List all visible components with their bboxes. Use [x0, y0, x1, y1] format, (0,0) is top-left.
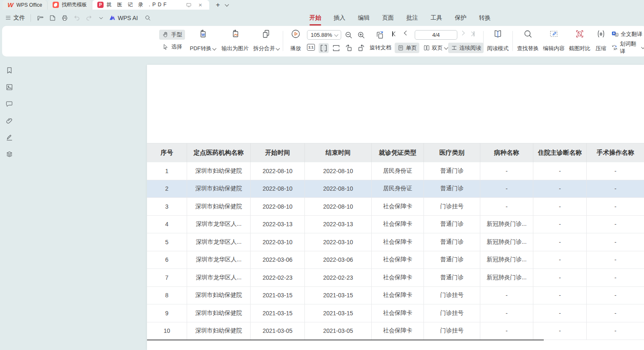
zoom-out-button[interactable] — [344, 30, 354, 40]
table-cell: - — [533, 322, 587, 340]
attachments-icon[interactable] — [5, 117, 13, 125]
continuous-reading-label: 连续阅读 — [459, 44, 481, 52]
fit-width-button[interactable] — [319, 43, 329, 53]
divider — [283, 31, 283, 51]
undo-icon[interactable] — [73, 14, 81, 22]
table-row: 4深圳市龙华区人...2022-03-132022-03-13社会保障卡普通门诊… — [147, 216, 644, 234]
tab-document[interactable]: P 就 医 记 录 .PDF × — [92, 0, 209, 10]
find-replace-button[interactable]: 查找替换 — [515, 29, 541, 53]
zoom-level-select[interactable]: 105.88% — [307, 30, 341, 40]
pdf-page[interactable]: 序号定点医药机构名称开始时间结束时间就诊凭证类型医疗类别病种名称住院主诊断名称手… — [147, 65, 644, 350]
pdf-convert-button[interactable]: W PDF转换 — [188, 29, 218, 53]
table-cell: - — [533, 251, 587, 269]
thumbnails-icon[interactable] — [5, 83, 13, 91]
comments-icon[interactable] — [5, 100, 13, 108]
menu-item-插入[interactable]: 插入 — [327, 10, 352, 26]
edit-content-icon — [549, 29, 559, 39]
single-page-button[interactable]: 单页 — [395, 43, 419, 53]
tab-list-chevron-icon[interactable] — [225, 3, 229, 7]
table-row: 8深圳市妇幼保健院2021-03-152021-03-15社会保障卡门诊挂号--… — [147, 287, 644, 305]
wps-ai-button[interactable]: WPS AI — [109, 14, 138, 21]
next-page-button[interactable] — [461, 31, 464, 35]
double-page-button[interactable]: 双页 — [421, 43, 450, 53]
search-icon[interactable] — [144, 14, 152, 22]
table-cell: 2021-03-05 — [251, 322, 305, 340]
table-cell: 2022-02-23 — [251, 269, 305, 286]
play-button[interactable]: 播放 — [286, 29, 305, 53]
table-cell: 深圳市妇幼保健院 — [187, 322, 251, 340]
select-tool-button[interactable]: 选择 — [159, 42, 185, 52]
divider — [483, 31, 484, 51]
new-tab-button[interactable]: + — [216, 1, 220, 8]
rotate-left-button[interactable] — [344, 43, 354, 53]
hand-tool-button[interactable]: 手型 — [159, 30, 185, 40]
table-cell: 2021-03-15 — [251, 287, 305, 304]
screenshot-compare-button[interactable]: 截图对比 — [567, 29, 593, 53]
table-cell: 社会保障卡 — [372, 198, 424, 215]
rotate-right-button[interactable] — [356, 43, 366, 53]
fit-width-icon — [319, 43, 328, 53]
save-icon[interactable] — [48, 14, 57, 22]
edit-content-button[interactable]: 编辑内容 — [541, 29, 567, 53]
rotate-document-button[interactable]: 旋转文档 — [370, 44, 391, 51]
menu-item-编辑[interactable]: 编辑 — [352, 10, 376, 26]
signature-icon[interactable] — [5, 133, 13, 141]
page-number-input[interactable]: 4/4 — [415, 30, 457, 40]
table-cell: - — [587, 180, 644, 198]
full-text-translate-button[interactable]: A文 全文翻译 — [609, 29, 644, 39]
open-file-icon[interactable] — [36, 14, 45, 22]
table-cell: 普通门诊 — [424, 269, 480, 286]
table-cell: 普通门诊 — [424, 180, 480, 198]
menu-item-转换[interactable]: 转换 — [473, 10, 497, 26]
continuous-reading-icon — [451, 44, 458, 51]
menu-item-批注[interactable]: 批注 — [400, 10, 424, 26]
docer-icon — [53, 2, 59, 8]
tab-docer-templates[interactable]: 找稻壳模板 — [48, 0, 92, 10]
rotate-pages-button[interactable] — [374, 29, 385, 41]
more-actions-chevron-icon[interactable] — [97, 14, 105, 22]
layers-icon[interactable] — [5, 150, 13, 158]
menu-item-工具[interactable]: 工具 — [424, 10, 449, 26]
rotate-document-label: 旋转文档 — [370, 44, 391, 51]
word-translate-button[interactable]: 文A 划词翻译 — [609, 42, 644, 53]
table-cell: - — [587, 251, 644, 269]
close-tab-icon[interactable]: × — [197, 1, 204, 9]
compress-button[interactable]: 压缩 — [592, 29, 610, 53]
actual-size-button[interactable]: 1:1 — [307, 44, 315, 51]
table-cell: 2021-03-15 — [305, 304, 372, 322]
print-icon[interactable] — [61, 14, 69, 22]
table-cell: - — [480, 180, 533, 198]
hand-tool-label: 手型 — [171, 31, 182, 38]
table-cell: 2021-03-15 — [251, 304, 305, 322]
table-cell: - — [533, 198, 587, 215]
pdf-convert-icon: W — [198, 29, 208, 39]
fit-page-button[interactable] — [331, 43, 341, 53]
menu-item-页面[interactable]: 页面 — [376, 10, 400, 26]
first-page-button[interactable] — [392, 31, 397, 36]
table-cell: 2021-03-15 — [305, 287, 372, 304]
eye-protect-monitor-icon[interactable] — [185, 1, 193, 9]
rotate-pages-icon — [375, 31, 384, 40]
table-cell: 2022-03-06 — [251, 251, 305, 269]
table-cell: 6 — [147, 251, 187, 269]
table-cell: 2022-08-10 — [251, 180, 305, 198]
file-menu-button[interactable]: 文件 — [5, 14, 25, 22]
reading-mode-button[interactable]: 阅读模式 — [485, 29, 511, 53]
table-cell: 3 — [147, 198, 187, 215]
table-row: 9深圳市妇幼保健院2021-03-152021-03-15社会保障卡门诊挂号--… — [147, 304, 644, 322]
previous-page-button[interactable] — [405, 31, 408, 35]
last-page-button[interactable] — [470, 31, 474, 36]
tab-wps-office[interactable]: W WPS Office — [3, 0, 48, 10]
table-cell: - — [533, 269, 587, 286]
window-tabbar: W WPS Office 找稻壳模板 P 就 医 记 录 .PDF × + — [0, 0, 644, 10]
table-cell: 8 — [147, 287, 187, 304]
bookmarks-icon[interactable] — [5, 66, 13, 74]
export-image-button[interactable]: 输出为图片 — [218, 29, 252, 53]
continuous-reading-button[interactable]: 连续阅读 — [448, 43, 484, 53]
split-merge-button[interactable]: 拆分合并 — [251, 29, 281, 53]
table-header-cell: 医疗类别 — [424, 143, 480, 162]
redo-icon[interactable] — [85, 14, 93, 22]
menu-item-开始[interactable]: 开始 — [303, 10, 327, 26]
menu-item-保护[interactable]: 保护 — [449, 10, 473, 26]
zoom-in-button[interactable] — [356, 30, 366, 40]
